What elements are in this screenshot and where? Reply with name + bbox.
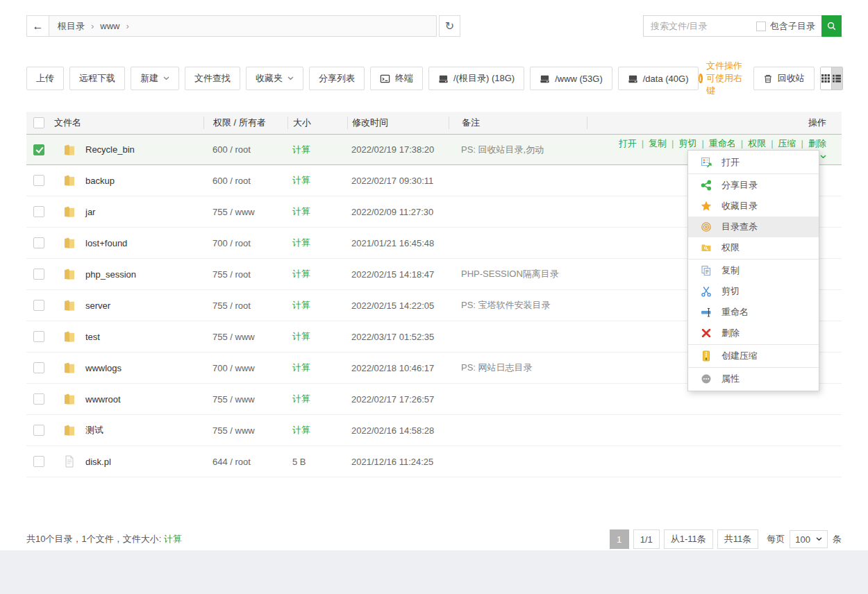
menu-item-cut[interactable]: 剪切 xyxy=(688,281,819,302)
include-subdir-option[interactable]: 包含子目录 xyxy=(756,20,821,33)
menu-label: 属性 xyxy=(721,373,740,385)
terminal-button[interactable]: 终端 xyxy=(370,67,423,90)
menu-item-properties[interactable]: 属性 xyxy=(688,368,819,389)
file-name[interactable]: wwwroot xyxy=(85,394,121,405)
file-mtime: 2022/02/19 17:38:20 xyxy=(347,144,449,155)
menu-item-delete[interactable]: 删除 xyxy=(688,323,819,343)
disk-root-label: /(根目录) (18G) xyxy=(453,72,515,85)
action-cut[interactable]: 剪切 xyxy=(667,138,696,148)
file-permission: 755 / www xyxy=(203,207,287,217)
folder-icon xyxy=(62,173,76,187)
refresh-button[interactable]: ↻ xyxy=(439,15,460,37)
new-button[interactable]: 新建 xyxy=(131,67,179,90)
file-mtime: 2022/02/09 11:27:30 xyxy=(347,207,449,217)
row-checkbox[interactable] xyxy=(33,269,44,280)
file-name[interactable]: lost+found xyxy=(85,238,127,248)
size-calc-link[interactable]: 计算 xyxy=(292,425,310,435)
row-checkbox[interactable] xyxy=(33,206,44,217)
recycle-bin-button[interactable]: 回收站 xyxy=(753,67,815,90)
search-input[interactable] xyxy=(644,16,756,36)
page-number-active[interactable]: 1 xyxy=(610,529,629,549)
file-name[interactable]: 测试 xyxy=(85,424,103,436)
header-permission[interactable]: 权限 / 所有者 xyxy=(203,117,287,129)
menu-item-favorite-dir[interactable]: 收藏目录 xyxy=(688,196,819,217)
breadcrumb-root[interactable]: 根目录 xyxy=(58,20,100,33)
menu-item-open[interactable]: 打开 xyxy=(688,152,819,173)
menu-item-create-archive[interactable]: 创建压缩 xyxy=(688,346,819,366)
disk-www-button[interactable]: /www (53G) xyxy=(530,67,612,90)
row-checkbox[interactable] xyxy=(33,393,44,405)
list-view-button[interactable] xyxy=(831,67,842,90)
favorites-label: 收藏夹 xyxy=(256,72,283,85)
file-find-button[interactable]: 文件查找 xyxy=(185,67,240,90)
file-name[interactable]: server xyxy=(85,300,110,311)
table-row[interactable]: disk.pl 644 / root 5 B 2021/12/16 11:24:… xyxy=(26,446,842,477)
properties-icon xyxy=(701,373,712,384)
menu-label: 复制 xyxy=(721,264,740,277)
menu-item-dir-scan[interactable]: 目录查杀 xyxy=(688,217,819,237)
size-calc-link[interactable]: 计算 xyxy=(292,393,310,404)
row-checkbox[interactable] xyxy=(33,237,44,248)
row-checkbox[interactable] xyxy=(33,331,44,342)
disk-root-button[interactable]: /(根目录) (18G) xyxy=(428,67,524,90)
size-calc-link[interactable]: 计算 xyxy=(292,300,310,310)
table-header: 文件名 权限 / 所有者 大小 修改时间 备注 操作 xyxy=(26,112,842,134)
menu-item-rename[interactable]: 重命名 xyxy=(688,302,819,323)
action-permission[interactable]: 权限 xyxy=(736,138,766,148)
breadcrumb-www[interactable]: www xyxy=(100,21,135,31)
row-checkbox[interactable] xyxy=(33,362,44,373)
file-name[interactable]: backup xyxy=(85,176,115,186)
file-name[interactable]: disk.pl xyxy=(85,457,111,467)
header-size[interactable]: 大小 xyxy=(287,117,347,129)
size-calc-link[interactable]: 计算 xyxy=(292,331,310,341)
file-permission: 600 / root xyxy=(203,144,287,155)
size-calc-link[interactable]: 计算 xyxy=(292,144,310,155)
per-page-select[interactable]: 100 xyxy=(790,530,828,548)
header-mtime[interactable]: 修改时间 xyxy=(347,117,449,129)
grid-view-button[interactable] xyxy=(821,67,831,90)
menu-item-copy[interactable]: 复制 xyxy=(688,260,819,281)
action-rename[interactable]: 重命名 xyxy=(696,138,735,148)
file-name[interactable]: php_session xyxy=(85,269,136,280)
file-mtime: 2022/02/17 17:26:57 xyxy=(347,394,449,405)
file-name[interactable]: jar xyxy=(85,207,95,217)
action-copy[interactable]: 复制 xyxy=(637,138,667,148)
menu-item-permission[interactable]: 权限 xyxy=(688,237,819,258)
action-compress[interactable]: 压缩 xyxy=(766,138,796,148)
action-open[interactable]: 打开 xyxy=(619,138,637,148)
size-calc-link[interactable]: 计算 xyxy=(292,269,310,279)
file-name[interactable]: Recycle_bin xyxy=(85,144,135,155)
refresh-icon: ↻ xyxy=(445,19,454,33)
file-note: PS: 回收站目录,勿动 xyxy=(449,144,587,156)
table-row[interactable]: 测试 755 / www 计算 2022/02/16 14:58:28 xyxy=(26,415,842,446)
row-checkbox[interactable] xyxy=(33,456,44,467)
search-button[interactable] xyxy=(821,15,842,37)
favorites-button[interactable]: 收藏夹 xyxy=(246,67,303,90)
size-calc-link[interactable]: 计算 xyxy=(292,175,310,185)
calc-size-link[interactable]: 计算 xyxy=(164,534,182,544)
summary-text: 共10个目录，1个文件，文件大小: xyxy=(26,534,164,544)
select-all-checkbox[interactable] xyxy=(33,117,44,128)
size-calc-link[interactable]: 计算 xyxy=(292,237,310,248)
file-note: PHP-SESSION隔离目录 xyxy=(449,268,587,280)
row-checkbox[interactable] xyxy=(33,144,44,155)
upload-button[interactable]: 上传 xyxy=(26,67,64,90)
remote-download-button[interactable]: 远程下载 xyxy=(69,67,125,90)
include-subdir-checkbox[interactable] xyxy=(756,22,766,31)
share-list-button[interactable]: 分享列表 xyxy=(309,67,365,90)
include-subdir-label: 包含子目录 xyxy=(770,20,815,33)
row-checkbox[interactable] xyxy=(33,175,44,186)
row-checkbox[interactable] xyxy=(33,425,44,436)
menu-item-share-dir[interactable]: 分享目录 xyxy=(688,175,819,196)
back-button[interactable]: ← xyxy=(26,15,49,37)
page-of: 1/1 xyxy=(633,529,660,549)
menu-label: 删除 xyxy=(721,327,740,339)
file-name[interactable]: wwwlogs xyxy=(85,363,122,373)
disk-data-button[interactable]: /data (40G) xyxy=(618,67,699,90)
size-calc-link[interactable]: 计算 xyxy=(292,206,310,217)
row-checkbox[interactable] xyxy=(33,300,44,311)
file-name[interactable]: test xyxy=(85,332,100,342)
action-delete[interactable]: 删除 xyxy=(796,138,826,148)
header-filename[interactable]: 文件名 xyxy=(54,117,203,129)
size-calc-link[interactable]: 计算 xyxy=(292,362,310,373)
